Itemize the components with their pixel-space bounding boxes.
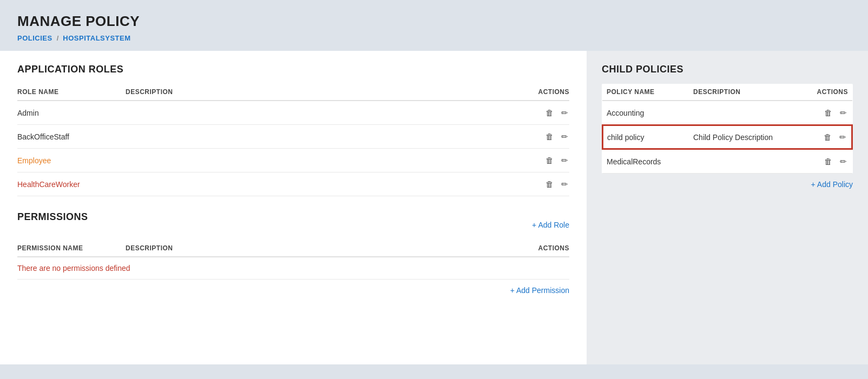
child-policies-title: CHILD POLICIES	[602, 64, 853, 75]
col-role-name: ROLE NAME	[17, 84, 126, 101]
role-name-admin: Admin	[17, 101, 126, 125]
edit-admin-button[interactable]: ✏	[560, 108, 569, 118]
breadcrumb-separator: /	[57, 34, 59, 42]
table-row: HealthCareWorker 🗑 ✏	[17, 172, 569, 196]
col-perm-actions: ACTIONS	[515, 240, 569, 257]
page-header: MANAGE POLICY POLICIES / HOSPITALSYSTEM	[0, 0, 868, 51]
add-role-button[interactable]: + Add Role	[532, 221, 569, 229]
role-name-backoffice: BackOfficeStaff	[17, 125, 126, 149]
child-policy-actions-childpolicy: 🗑 ✏	[798, 125, 852, 149]
table-row: Employee 🗑 ✏	[17, 149, 569, 172]
edit-accounting-button[interactable]: ✏	[839, 108, 848, 118]
role-desc-healthcareworker	[126, 172, 515, 196]
right-panel: CHILD POLICIES POLICY NAME DESCRIPTION A…	[587, 51, 868, 364]
role-desc-employee	[126, 149, 515, 172]
col-permission-name: PERMISSION NAME	[17, 240, 126, 257]
table-row: There are no permissions defined	[17, 257, 569, 280]
role-desc-admin	[126, 101, 515, 125]
no-permissions-text: There are no permissions defined	[17, 257, 569, 280]
child-policies-table: POLICY NAME DESCRIPTION ACTIONS Accounti…	[602, 84, 853, 174]
delete-backoffice-button[interactable]: 🗑	[544, 131, 555, 142]
table-row: Accounting 🗑 ✏	[602, 101, 852, 125]
col-actions: ACTIONS	[515, 84, 569, 101]
role-actions-backoffice: 🗑 ✏	[515, 125, 569, 149]
application-roles-section: APPLICATION ROLES ROLE NAME DESCRIPTION …	[17, 64, 569, 196]
child-policy-actions-accounting: 🗑 ✏	[798, 101, 852, 125]
left-panel: APPLICATION ROLES ROLE NAME DESCRIPTION …	[0, 51, 587, 364]
delete-employee-button[interactable]: 🗑	[544, 155, 555, 165]
role-actions-admin: 🗑 ✏	[515, 101, 569, 125]
role-name-healthcareworker: HealthCareWorker	[17, 172, 126, 196]
role-actions-employee: 🗑 ✏	[515, 149, 569, 172]
table-row: BackOfficeStaff 🗑 ✏	[17, 125, 569, 149]
child-policy-name-childpolicy: child policy	[602, 125, 689, 149]
table-row: MedicalRecords 🗑 ✏	[602, 149, 852, 174]
child-policy-name-medicalrecords: MedicalRecords	[602, 149, 689, 174]
roles-table: ROLE NAME DESCRIPTION ACTIONS Admin 🗑 ✏	[17, 84, 569, 196]
col-perm-description: DESCRIPTION	[126, 240, 515, 257]
role-desc-backoffice	[126, 125, 515, 149]
delete-childpolicy-button[interactable]: 🗑	[823, 132, 833, 142]
child-policy-desc-childpolicy: Child Policy Description	[689, 125, 798, 149]
delete-accounting-button[interactable]: 🗑	[823, 108, 833, 118]
role-actions-healthcareworker: 🗑 ✏	[515, 172, 569, 196]
edit-medicalrecords-button[interactable]: ✏	[839, 156, 848, 167]
table-row: child policy Child Policy Description 🗑 …	[602, 125, 852, 149]
breadcrumb: POLICIES / HOSPITALSYSTEM	[17, 34, 851, 42]
main-content: APPLICATION ROLES ROLE NAME DESCRIPTION …	[0, 51, 868, 364]
col-description: DESCRIPTION	[126, 84, 515, 101]
edit-employee-button[interactable]: ✏	[560, 155, 569, 165]
delete-medicalrecords-button[interactable]: 🗑	[823, 156, 833, 167]
child-policy-actions-medicalrecords: 🗑 ✏	[798, 149, 852, 174]
col-child-actions: ACTIONS	[798, 84, 852, 101]
col-child-description: DESCRIPTION	[689, 84, 798, 101]
application-roles-title: APPLICATION ROLES	[17, 64, 569, 75]
permissions-section: PERMISSIONS + Add Role PERMISSION NAME D…	[17, 211, 569, 295]
child-policy-name-accounting: Accounting	[602, 101, 689, 125]
delete-healthcareworker-button[interactable]: 🗑	[544, 179, 555, 189]
child-policy-desc-medicalrecords	[689, 149, 798, 174]
edit-healthcareworker-button[interactable]: ✏	[560, 179, 569, 189]
col-child-policy-name: POLICY NAME	[602, 84, 689, 101]
add-permission-button[interactable]: + Add Permission	[17, 286, 569, 295]
child-policy-desc-accounting	[689, 101, 798, 125]
permissions-title: PERMISSIONS	[17, 211, 88, 223]
edit-backoffice-button[interactable]: ✏	[560, 131, 569, 142]
table-row: Admin 🗑 ✏	[17, 101, 569, 125]
page-title: MANAGE POLICY	[17, 13, 851, 30]
permissions-table: PERMISSION NAME DESCRIPTION ACTIONS Ther…	[17, 240, 569, 280]
add-policy-button[interactable]: + Add Policy	[602, 180, 853, 189]
breadcrumb-policies[interactable]: POLICIES	[17, 34, 52, 42]
delete-admin-button[interactable]: 🗑	[544, 108, 555, 118]
edit-childpolicy-button[interactable]: ✏	[838, 132, 847, 142]
breadcrumb-current[interactable]: HOSPITALSYSTEM	[63, 34, 130, 42]
role-name-employee: Employee	[17, 149, 126, 172]
